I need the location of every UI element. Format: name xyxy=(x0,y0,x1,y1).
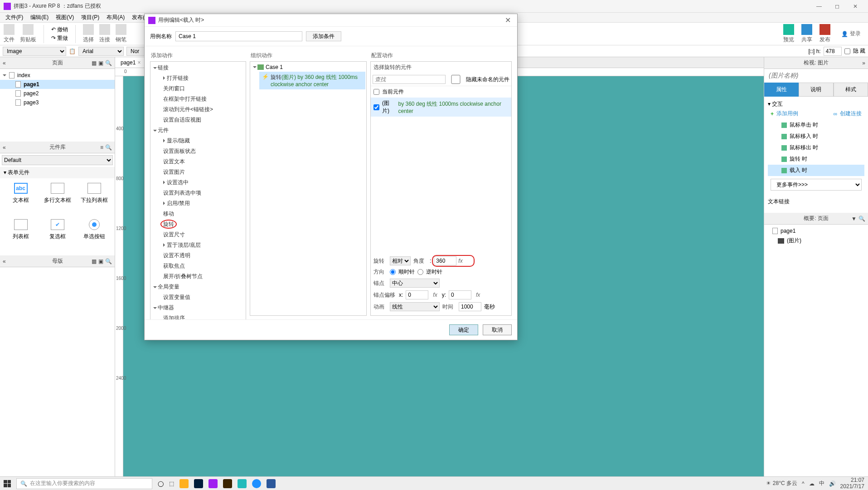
login-button[interactable]: 👤 登录 xyxy=(838,28,864,39)
menu-project[interactable]: 项目(P) xyxy=(78,13,103,22)
add-master-icon[interactable]: ▦ xyxy=(92,258,97,265)
anim-select[interactable]: 线性 xyxy=(390,302,440,311)
close-button[interactable]: ✕ xyxy=(846,0,864,13)
action-rotate[interactable]: 旋转 xyxy=(150,219,246,230)
event-mouseout[interactable]: 鼠标移出 时 xyxy=(768,142,864,153)
action-open-link[interactable]: 打开链接 xyxy=(150,73,246,83)
group-links[interactable]: 链接 xyxy=(150,63,246,73)
share-button[interactable]: 共享 xyxy=(801,24,812,44)
widget-name[interactable]: (图片名称) xyxy=(764,69,868,83)
panel-collapse-icon[interactable]: « xyxy=(3,144,6,151)
hide-checkbox[interactable] xyxy=(844,47,850,56)
create-link-link[interactable]: 创建连接 xyxy=(840,110,862,118)
action-set-opacity[interactable]: 设置不透明 xyxy=(150,250,246,261)
illustrator-icon[interactable] xyxy=(223,479,232,488)
action-set-image[interactable]: 设置图片 xyxy=(150,167,246,177)
action-move[interactable]: 移动 xyxy=(150,209,246,219)
action-close-window[interactable]: 关闭窗口 xyxy=(150,83,246,94)
action-panel-state[interactable]: 设置面板状态 xyxy=(150,146,246,157)
x-fx-button[interactable]: fx xyxy=(431,292,439,298)
cfg-search-input[interactable] xyxy=(373,75,446,84)
action-show-hide[interactable]: 显示/隐藏 xyxy=(150,136,246,146)
add-folder-icon[interactable]: ▣ xyxy=(98,60,103,66)
action-enable-disable[interactable]: 启用/禁用 xyxy=(150,198,246,209)
org-case-root[interactable]: Case 1 xyxy=(251,63,365,72)
group-globals[interactable]: 全局变量 xyxy=(150,282,246,292)
tab-style[interactable]: 样式 xyxy=(834,83,868,97)
task-view-icon[interactable]: ◯ xyxy=(158,480,164,487)
page-folder[interactable]: index xyxy=(0,71,115,80)
cw-radio[interactable] xyxy=(390,269,396,275)
add-case-link[interactable]: 添加用例 xyxy=(776,110,798,118)
start-button[interactable] xyxy=(4,480,11,487)
cortana-icon[interactable]: ⬚ xyxy=(169,480,174,487)
word-icon[interactable] xyxy=(267,479,276,488)
tray-up-icon[interactable]: ^ xyxy=(802,480,805,487)
group-repeater[interactable]: 中继器 xyxy=(150,303,246,313)
page-item-page1[interactable]: page1 xyxy=(0,80,115,89)
event-rotate[interactable]: 旋转 时 xyxy=(768,153,864,165)
outline-image[interactable]: (图片) xyxy=(764,235,868,246)
org-action-item[interactable]: ⚡ 旋转(图片) by 360 deg 线性 1000ms clockwise … xyxy=(259,72,365,89)
rotate-mode-select[interactable]: 相对 xyxy=(390,256,411,265)
onedrive-icon[interactable]: ☁ xyxy=(809,480,815,487)
widget-droplist[interactable]: 下拉列表框 xyxy=(78,183,110,215)
outline-page[interactable]: page1 xyxy=(764,226,868,235)
clipboard-button[interactable]: 剪贴板 xyxy=(20,24,36,44)
action-set-variable[interactable]: 设置变量值 xyxy=(150,292,246,303)
group-widgets[interactable]: 元件 xyxy=(150,125,246,136)
action-set-size[interactable]: 设置尺寸 xyxy=(150,230,246,240)
cfg-item-current[interactable]: 当前元件 xyxy=(371,86,511,98)
canvas-tab[interactable]: page1× xyxy=(115,57,146,68)
page-item-page2[interactable]: page2 xyxy=(0,89,115,98)
panel-collapse-icon[interactable]: « xyxy=(3,258,6,265)
panel-collapse-icon[interactable]: « xyxy=(3,60,6,66)
offset-y-input[interactable] xyxy=(449,290,471,299)
ime-icon[interactable]: 中 xyxy=(819,480,824,487)
action-add-sort[interactable]: 添加排序 xyxy=(150,313,246,319)
event-mousein[interactable]: 鼠标移入 时 xyxy=(768,131,864,142)
copy-style-icon[interactable]: 📋 xyxy=(69,48,76,54)
anchor-select[interactable]: 中心 xyxy=(390,279,440,288)
action-open-in-frame[interactable]: 在框架中打开链接 xyxy=(150,94,246,104)
file-button[interactable]: 文件 xyxy=(4,24,15,44)
action-set-text[interactable]: 设置文本 xyxy=(150,157,246,167)
add-condition-button[interactable]: 添加条件 xyxy=(306,31,341,41)
action-bring-front[interactable]: 置于顶层/底层 xyxy=(150,240,246,250)
time-input[interactable] xyxy=(459,302,481,311)
dialog-close-button[interactable]: ✕ xyxy=(502,16,514,24)
volume-icon[interactable]: 🔊 xyxy=(829,480,836,487)
edge-icon[interactable] xyxy=(252,479,261,488)
action-adaptive-view[interactable]: 设置自适应视图 xyxy=(150,115,246,125)
add-folder-icon[interactable]: ▣ xyxy=(98,258,103,265)
widget-textarea[interactable]: 多行文本框 xyxy=(41,183,73,215)
menu-edit[interactable]: 编辑(E) xyxy=(27,13,52,22)
tab-properties[interactable]: 属性 xyxy=(764,83,799,97)
width-input[interactable] xyxy=(824,47,842,56)
action-focus[interactable]: 获取焦点 xyxy=(150,261,246,271)
menu-layout[interactable]: 布局(A) xyxy=(103,13,128,22)
filter-icon[interactable]: ▼ xyxy=(851,216,857,222)
action-expand-tree[interactable]: 展开/折叠树节点 xyxy=(150,271,246,282)
widget-textfield[interactable]: abc文本框 xyxy=(5,183,37,215)
more-events-select[interactable]: 更多事件>>> xyxy=(771,179,862,191)
redo-button[interactable]: ↷ 重做 xyxy=(51,34,68,42)
page-item-page3[interactable]: page3 xyxy=(0,98,115,107)
photoshop-icon[interactable] xyxy=(194,479,203,488)
widget-radio[interactable]: 单选按钮 xyxy=(78,219,110,251)
event-click[interactable]: 鼠标单击 时 xyxy=(768,119,864,131)
tab-close-icon[interactable]: × xyxy=(137,59,141,66)
menu-view[interactable]: 视图(V) xyxy=(52,13,78,22)
y-fx-button[interactable]: fx xyxy=(474,292,482,298)
event-load[interactable]: 载入 时 xyxy=(768,165,864,176)
hide-unnamed-checkbox[interactable] xyxy=(448,75,463,84)
panel-collapse-icon[interactable]: » xyxy=(862,60,865,66)
connect-button[interactable]: 连接 xyxy=(99,24,110,44)
font-combo[interactable]: Arial xyxy=(78,47,124,56)
add-page-icon[interactable]: ▦ xyxy=(92,60,97,66)
search-icon[interactable]: 🔍 xyxy=(858,216,865,222)
weather-widget[interactable]: ☀ 28°C 多云 xyxy=(766,480,797,487)
offset-x-input[interactable] xyxy=(406,290,428,299)
publish-button[interactable]: 发布 xyxy=(820,24,830,44)
interact-section-toggle[interactable]: ▾ 交互 xyxy=(768,100,864,108)
